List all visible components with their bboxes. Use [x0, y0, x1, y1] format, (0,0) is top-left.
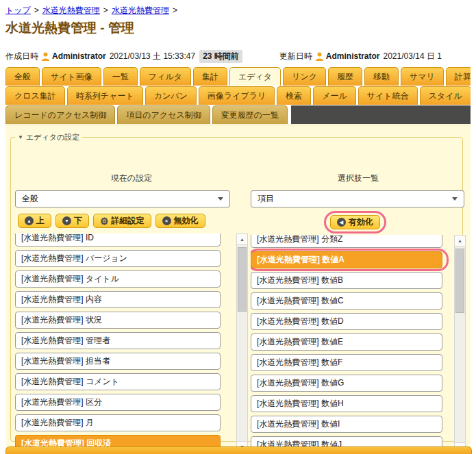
tab-timeseries-chart[interactable]: 時系列チャート — [67, 86, 143, 105]
tab-move[interactable]: 移動 — [364, 67, 399, 86]
move-up-button[interactable]: ▲ 上 — [18, 214, 51, 228]
created-label: 作成日時 — [5, 51, 38, 62]
current-settings-heading: 現在の設定 — [15, 173, 248, 184]
breadcrumb-separator: > — [34, 5, 39, 15]
list-item[interactable]: [水道光熱費管理] バージョン — [15, 250, 221, 267]
enable-button-label: 有効化 — [349, 216, 373, 228]
list-item[interactable]: [水道光熱費管理] 分類Z — [251, 235, 442, 248]
tab-formula[interactable]: 計算式 — [446, 67, 471, 86]
scrollbar[interactable]: ▲ ▼ — [236, 234, 248, 453]
list-item[interactable]: [水道光熱費管理] 区分 — [15, 394, 221, 411]
tab-row-3: レコードのアクセス制御 項目のアクセス制御 変更履歴の一覧 — [5, 105, 471, 124]
choices-heading: 選択肢一覧 — [251, 173, 466, 184]
disable-button[interactable]: × 無効化 — [155, 214, 205, 228]
list-item[interactable]: [水道光熱費管理] 管理者 — [15, 332, 221, 349]
created-user: Administrator — [52, 51, 106, 61]
move-down-button[interactable]: ▼ 下 — [55, 214, 89, 228]
tab-crosstab[interactable]: クロス集計 — [5, 86, 65, 105]
list-item[interactable]: [水道光熱費管理] 数値B — [251, 272, 442, 289]
tab-editor[interactable]: エディタ — [229, 67, 281, 86]
tab-mail[interactable]: メール — [313, 86, 356, 105]
user-icon — [41, 52, 50, 61]
tab-row-1: 全般 サイト画像 一覧 フィルタ 集計 エディタ リンク 履歴 移動 サマリ 計… — [5, 67, 471, 86]
scroll-thumb[interactable] — [455, 249, 464, 313]
move-down-button-label: 下 — [74, 215, 82, 227]
list-item[interactable]: [水道光熱費管理] 数値H — [251, 395, 442, 412]
choices-column: 選択肢一覧 項目 ◀ 有効化 [水道光熱費管理] 分類Z [水 — [251, 173, 466, 454]
scrollbar[interactable]: ▲ ▼ — [454, 235, 466, 454]
current-settings-list: [水道光熱費管理] ID [水道光熱費管理] バージョン [水道光熱費管理] タ… — [15, 234, 248, 453]
updated-label: 更新日時 — [279, 51, 312, 62]
list-item[interactable]: [水道光熱費管理] 状況 — [15, 312, 221, 329]
breadcrumb-separator: > — [173, 5, 177, 15]
detail-setting-button[interactable]: ⚙ 詳細設定 — [93, 214, 151, 228]
user-icon — [315, 52, 324, 61]
list-item[interactable]: [水道光熱費管理] 数値F — [251, 354, 442, 371]
list-item[interactable]: [水道光熱費管理] ID — [15, 234, 221, 247]
settings-tab-bar: 全般 サイト画像 一覧 フィルタ 集計 エディタ リンク 履歴 移動 サマリ 計… — [5, 67, 471, 125]
scroll-up-button[interactable]: ▲ — [455, 236, 465, 247]
tab-link[interactable]: リンク — [283, 67, 326, 86]
tab-record-access-control[interactable]: レコードのアクセス制御 — [5, 105, 115, 124]
collapse-icon: ▼ — [18, 134, 23, 140]
list-item[interactable]: [水道光熱費管理] 数値E — [251, 333, 442, 351]
editor-tab-content: ▼エディタの設定 現在の設定 全般 ▲ 上 ▼ 下 ⚙ 詳細設定 — [5, 125, 471, 454]
tab-site-integration[interactable]: サイト統合 — [358, 86, 418, 105]
chevron-down-icon — [452, 197, 458, 201]
enable-button[interactable]: ◀ 有効化 — [330, 215, 380, 229]
tab-list[interactable]: 一覧 — [103, 67, 138, 86]
current-setting-select[interactable]: 全般 — [15, 190, 230, 207]
list-item[interactable]: [水道光熱費管理] 月 — [15, 414, 221, 431]
tab-aggregate[interactable]: 集計 — [193, 67, 227, 86]
choices-select-value: 項目 — [258, 193, 274, 205]
circle-arrow-down-icon: ▼ — [62, 216, 71, 225]
breadcrumb-link-top[interactable]: トップ — [5, 5, 31, 15]
list-item[interactable]: [水道光熱費管理] 担当者 — [15, 353, 221, 370]
breadcrumb: トップ>水道光熱費管理>水道光熱費管理> — [5, 5, 181, 16]
circle-arrow-up-icon: ▲ — [25, 216, 34, 225]
page-title: 水道光熱費管理 - 管理 — [5, 19, 134, 37]
bottom-command-bar — [5, 446, 472, 454]
list-item[interactable]: [水道光熱費管理] 数値D — [251, 313, 442, 330]
updated-datetime: 2021/03/14 日 1 — [384, 51, 442, 62]
list-item[interactable]: [水道光熱費管理] タイトル — [15, 270, 221, 288]
tab-change-history-list[interactable]: 変更履歴の一覧 — [212, 105, 288, 124]
list-item[interactable]: [水道光熱費管理] 数値C — [251, 292, 442, 310]
list-item[interactable]: [水道光熱費管理] 内容 — [15, 291, 221, 308]
tab-search[interactable]: 検索 — [277, 86, 311, 105]
current-settings-toolbar: ▲ 上 ▼ 下 ⚙ 詳細設定 × 無効化 — [18, 214, 248, 228]
chevron-down-icon — [218, 197, 223, 201]
tab-general[interactable]: 全般 — [5, 67, 40, 86]
record-meta-row: 作成日時 Administrator 2021/03/13 土 15:33:47… — [5, 49, 476, 63]
choices-select[interactable]: 項目 — [251, 190, 464, 207]
current-setting-select-value: 全般 — [22, 193, 38, 205]
tab-column-access-control[interactable]: 項目のアクセス制御 — [117, 105, 210, 124]
circle-arrow-left-icon: ◀ — [337, 218, 346, 227]
tab-summary[interactable]: サマリ — [401, 67, 444, 86]
breadcrumb-link-site-admin[interactable]: 水道光熱費管理 — [112, 5, 169, 15]
tab-style[interactable]: スタイル — [420, 86, 471, 105]
list-item[interactable]: [水道光熱費管理] コメント — [15, 373, 221, 390]
tab-filter[interactable]: フィルタ — [140, 67, 191, 86]
tab-site-image[interactable]: サイト画像 — [42, 67, 101, 86]
tab-history[interactable]: 履歴 — [328, 67, 362, 86]
created-elapsed-badge: 23 時間前 — [199, 50, 242, 63]
list-item-selected[interactable]: [水道光熱費管理] 数値A — [251, 251, 442, 268]
breadcrumb-link-site[interactable]: 水道光熱費管理 — [42, 5, 100, 15]
list-item[interactable]: [水道光熱費管理] 数値I — [251, 416, 442, 433]
list-item[interactable]: [水道光熱費管理] 数値G — [251, 375, 442, 392]
tab-row-2: クロス集計 時系列チャート カンバン 画像ライブラリ 検索 メール サイト統合 … — [5, 86, 471, 105]
breadcrumb-separator: > — [103, 5, 108, 15]
editor-settings-legend-label: エディタの設定 — [26, 133, 79, 141]
tab-image-library[interactable]: 画像ライブラリ — [199, 86, 275, 105]
tab-row-filler — [291, 105, 471, 124]
editor-settings-legend[interactable]: ▼エディタの設定 — [15, 132, 82, 142]
disable-button-label: 無効化 — [174, 215, 199, 227]
scroll-thumb[interactable] — [238, 247, 247, 312]
list-item-label: [水道光熱費管理] 数値A — [257, 255, 345, 264]
editor-settings-fieldset: ▼エディタの設定 現在の設定 全般 ▲ 上 ▼ 下 ⚙ 詳細設定 — [10, 132, 463, 442]
scroll-up-button[interactable]: ▲ — [237, 234, 247, 245]
gear-icon: ⚙ — [100, 216, 109, 226]
tab-kanban[interactable]: カンバン — [145, 86, 197, 105]
circle-cancel-icon: × — [162, 216, 171, 225]
